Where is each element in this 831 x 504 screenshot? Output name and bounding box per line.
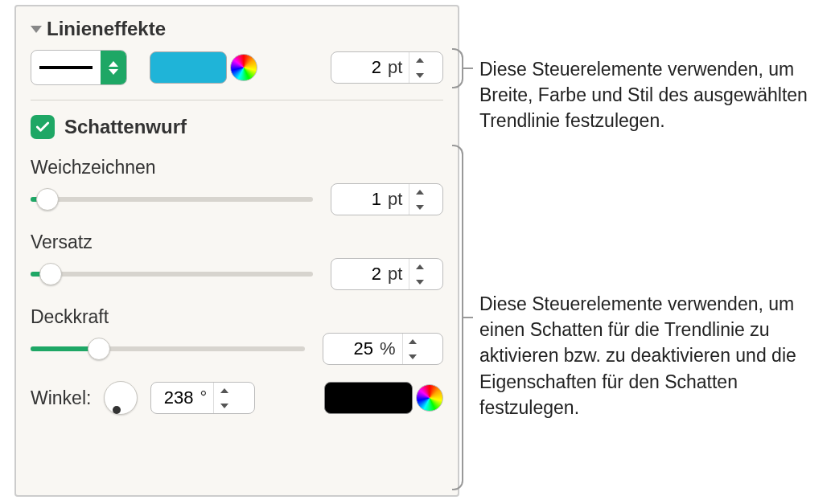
offset-stepper[interactable]: pt [331, 258, 443, 290]
stepper-up-icon[interactable] [214, 383, 234, 398]
dropdown-stepper-icon[interactable] [101, 51, 126, 84]
stepper-down-icon[interactable] [214, 398, 234, 413]
stepper-up-icon[interactable] [403, 334, 423, 349]
blur-slider[interactable] [31, 187, 313, 211]
shadow-color-well[interactable] [324, 382, 413, 414]
line-style-row: pt [31, 50, 443, 85]
blur-stepper[interactable]: pt [331, 183, 443, 215]
callout-bracket-top [452, 48, 463, 88]
checkmark-icon [35, 119, 51, 135]
color-wheel-icon[interactable] [416, 384, 443, 412]
opacity-stepper[interactable]: % [323, 333, 443, 365]
angle-indicator-icon [113, 406, 121, 414]
stepper-up-icon[interactable] [409, 52, 430, 68]
angle-dial[interactable] [104, 381, 138, 415]
shadow-title: Schattenwurf [64, 116, 187, 138]
section-title: Linieneffekte [47, 18, 166, 40]
stepper-up-icon[interactable] [409, 184, 430, 199]
line-style-dropdown[interactable] [31, 50, 127, 85]
callout-bracket-bottom [452, 145, 463, 490]
offset-row: pt [31, 258, 443, 290]
shadow-checkbox[interactable] [31, 115, 55, 139]
line-style-preview [31, 51, 101, 84]
angle-row: Winkel: ° [31, 381, 443, 415]
stepper-down-icon[interactable] [409, 68, 430, 83]
color-wheel-icon[interactable] [230, 54, 257, 81]
angle-input[interactable] [151, 383, 200, 413]
inspector-panel: Linieneffekte pt [14, 5, 459, 497]
opacity-label: Deckkraft [31, 306, 443, 328]
blur-unit: pt [388, 189, 409, 210]
line-color-well[interactable] [150, 51, 227, 84]
line-width-stepper[interactable]: pt [331, 51, 443, 84]
callout-text-top: Diese Steuerelemente verwenden, um Breit… [479, 56, 825, 134]
angle-unit: ° [200, 387, 213, 408]
stepper-down-icon[interactable] [409, 274, 430, 289]
line-color-group [150, 51, 257, 84]
opacity-input[interactable] [323, 334, 380, 364]
slider-thumb[interactable] [39, 263, 62, 285]
offset-slider[interactable] [31, 262, 313, 286]
blur-input[interactable] [331, 184, 388, 215]
stepper-down-icon[interactable] [403, 349, 423, 364]
opacity-slider[interactable] [31, 337, 305, 361]
offset-label: Versatz [31, 232, 443, 253]
slider-thumb[interactable] [88, 338, 110, 360]
divider [31, 100, 443, 100]
line-width-input[interactable] [331, 52, 388, 83]
blur-row: pt [31, 183, 443, 215]
opacity-row: % [31, 333, 443, 365]
chevron-down-icon [31, 26, 42, 33]
callout-text-bottom: Diese Steuerelemente verwenden, um einen… [479, 291, 825, 420]
line-width-unit: pt [388, 57, 409, 78]
slider-thumb[interactable] [36, 188, 59, 211]
offset-unit: pt [388, 264, 409, 285]
angle-stepper[interactable]: ° [150, 382, 255, 414]
stepper-down-icon[interactable] [409, 199, 430, 215]
stepper-up-icon[interactable] [409, 259, 430, 274]
angle-label: Winkel: [31, 387, 91, 409]
offset-input[interactable] [331, 259, 388, 289]
opacity-unit: % [380, 338, 402, 359]
section-header-line-effects[interactable]: Linieneffekte [31, 18, 443, 40]
shadow-checkbox-row: Schattenwurf [31, 115, 443, 139]
blur-label: Weichzeichnen [31, 157, 443, 178]
